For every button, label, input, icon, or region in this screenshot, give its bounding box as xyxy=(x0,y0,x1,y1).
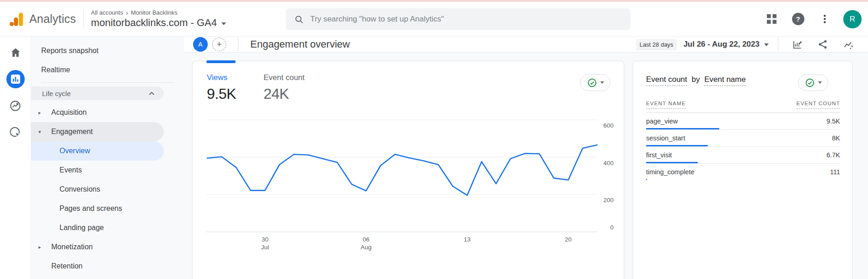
sidebar-item-conversions[interactable]: Conversions xyxy=(31,180,164,199)
svg-text:06: 06 xyxy=(363,236,370,243)
sidebar-item-retention[interactable]: Retention xyxy=(31,257,164,276)
search-bar[interactable] xyxy=(286,8,631,30)
sidebar-item-label: Retention xyxy=(51,262,83,270)
sidebar-divider xyxy=(41,82,174,83)
property-name[interactable]: monitorbacklinks.com - GA4 xyxy=(91,17,217,29)
column-event-count[interactable]: EVENT COUNT xyxy=(797,101,840,109)
event-count: 8K xyxy=(832,134,840,142)
product-name: Analytics xyxy=(29,12,76,26)
section-label: Life cycle xyxy=(42,90,71,97)
sidebar-item-label: Conversions xyxy=(59,185,100,193)
explore-icon xyxy=(9,100,22,112)
date-range-selector[interactable]: Jul 26 - Aug 22, 2023 xyxy=(683,40,760,49)
event-name: first_visit xyxy=(646,151,672,159)
share-report-button[interactable] xyxy=(815,37,830,52)
event-count: 111 xyxy=(830,168,840,176)
card-title: Event count by Event name xyxy=(646,75,748,84)
table-row-line: page_view9.5K xyxy=(646,118,840,125)
home-icon xyxy=(10,47,22,59)
tree-expanded-icon: ▾ xyxy=(38,129,51,135)
sidebar-item-reports-snapshot[interactable]: Reports snapshot xyxy=(31,41,184,60)
card-title-metric[interactable]: Event count xyxy=(646,75,687,86)
avatar[interactable]: R xyxy=(843,10,862,28)
event-rows: page_view9.5Ksession_start8Kfirst_visit6… xyxy=(646,113,840,180)
home-nav-button[interactable] xyxy=(5,42,26,63)
diagnostics-grid-icon[interactable] xyxy=(764,11,779,27)
data-quality-dropdown[interactable] xyxy=(798,74,828,91)
header-divider xyxy=(83,10,84,29)
sidebar-item-landing-page[interactable]: Landing page xyxy=(31,218,164,237)
advertising-nav-button[interactable] xyxy=(5,122,26,143)
sidebar-item-overview[interactable]: Overview xyxy=(31,141,164,161)
column-event-name[interactable]: EVENT NAME xyxy=(646,101,686,109)
property-selector[interactable]: monitorbacklinks.com - GA4 xyxy=(91,17,226,29)
help-icon: ? xyxy=(792,13,804,25)
share-icon xyxy=(817,39,828,50)
sidebar-item-realtime[interactable]: Realtime xyxy=(31,60,184,80)
table-row[interactable]: timing_complete111 xyxy=(646,164,840,180)
event-proportion-bar xyxy=(646,179,647,180)
explore-nav-button[interactable] xyxy=(5,95,26,116)
sidebar-section-life-cycle[interactable]: Life cycle xyxy=(31,86,164,100)
sidebar-item-monetization[interactable]: ▸Monetization xyxy=(31,237,164,257)
customize-report-icon xyxy=(792,39,803,50)
insights-button[interactable] xyxy=(841,37,856,52)
sidebar-nav: Reports snapshotRealtimeLife cycle▸Acqui… xyxy=(31,37,184,279)
svg-text:13: 13 xyxy=(464,236,470,243)
analytics-logo-icon xyxy=(8,11,25,27)
event-proportion-bar xyxy=(646,128,719,129)
chevron-down-icon xyxy=(221,22,226,25)
chevron-down-icon xyxy=(818,81,822,84)
engagement-line-chart[interactable]: 600400200030Jul06Aug1320 xyxy=(193,61,625,258)
brand[interactable]: Analytics xyxy=(0,11,76,27)
event-count: 9.5K xyxy=(826,118,840,125)
svg-text:30: 30 xyxy=(262,236,269,243)
sidebar-item-label: Events xyxy=(59,166,82,174)
chevron-down-icon xyxy=(764,43,769,46)
table-row[interactable]: session_start8K xyxy=(646,130,840,147)
breadcrumb[interactable]: All accounts › Monitor Backlinks xyxy=(91,9,226,16)
customize-report-button[interactable] xyxy=(789,37,805,52)
sidebar-item-label: Pages and screens xyxy=(59,204,122,213)
sidebar-item-acquisition[interactable]: ▸Acquisition xyxy=(31,103,164,122)
event-proportion-bar xyxy=(646,162,698,163)
sidebar-item-label: Acquisition xyxy=(51,108,86,117)
report-canvas: Views 9.5K Event count 24K 600400200030J… xyxy=(184,53,868,279)
header-actions: ? R xyxy=(764,10,868,28)
icon-rail xyxy=(0,37,31,279)
app-header: Analytics All accounts › Monitor Backlin… xyxy=(0,2,868,37)
search-icon xyxy=(294,15,304,24)
card-title-dimension[interactable]: Event name xyxy=(704,75,746,86)
svg-text:200: 200 xyxy=(603,197,614,204)
event-name: session_start xyxy=(646,134,685,142)
table-row-line: session_start8K xyxy=(646,134,840,142)
sidebar-item-label: Overview xyxy=(59,147,90,155)
kebab-menu-icon[interactable] xyxy=(817,11,832,27)
insights-icon xyxy=(843,39,854,50)
search-input[interactable] xyxy=(310,15,622,24)
sidebar-item-events[interactable]: Events xyxy=(31,161,164,180)
advertising-icon xyxy=(9,126,22,139)
table-row[interactable]: first_visit6.7K xyxy=(646,147,840,164)
property-block: All accounts › Monitor Backlinks monitor… xyxy=(91,9,226,29)
table-row[interactable]: page_view9.5K xyxy=(646,113,840,130)
reports-icon xyxy=(6,70,25,88)
svg-text:0: 0 xyxy=(610,224,614,231)
svg-text:400: 400 xyxy=(603,160,614,166)
add-comparison-button[interactable]: + xyxy=(212,38,226,51)
page-title: Engagement overview xyxy=(250,38,350,50)
date-preset-badge: Last 28 days xyxy=(636,39,677,50)
comparison-chip[interactable]: A xyxy=(193,37,208,52)
sidebar-item-pages-and-screens[interactable]: Pages and screens xyxy=(31,199,164,218)
sidebar-item-engagement[interactable]: ▾Engagement xyxy=(31,122,164,141)
tree-collapsed-icon: ▸ xyxy=(38,110,51,116)
event-name: timing_complete xyxy=(646,168,695,176)
report-header-divider xyxy=(238,38,238,51)
help-button[interactable]: ? xyxy=(790,11,806,27)
breadcrumb-account[interactable]: Monitor Backlinks xyxy=(131,9,178,16)
reports-nav-button[interactable] xyxy=(5,69,26,90)
sidebar-item-label: Engagement xyxy=(51,128,93,136)
breadcrumb-all-accounts[interactable]: All accounts xyxy=(91,9,123,16)
engagement-chart-card: Views 9.5K Event count 24K 600400200030J… xyxy=(192,61,624,279)
event-proportion-bar xyxy=(646,145,708,146)
